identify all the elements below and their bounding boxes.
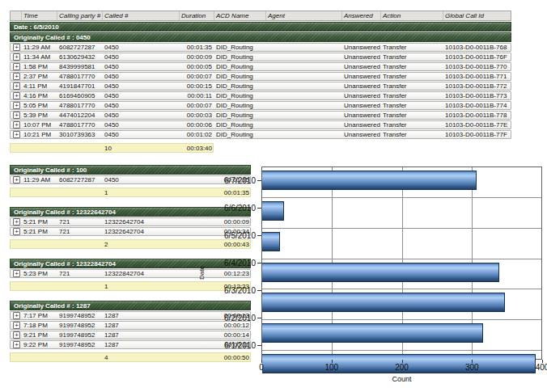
expand-row-button[interactable]: + <box>13 53 20 61</box>
cell-action: Transfer <box>381 121 443 129</box>
cell-calling-party: 9199748952 <box>57 341 103 348</box>
cell-global-call-id: 10103-D0-0011B-774 <box>443 102 512 109</box>
expand-row-button[interactable]: + <box>13 331 20 339</box>
chart-bar[interactable] <box>262 232 280 251</box>
cell-action: Transfer <box>381 73 443 80</box>
table-row: + 11:34 AM 6130629432 0450 00:00:09 DID_… <box>10 53 511 61</box>
table-row: + 10:21 PM 3010739363 0450 00:01:02 DID_… <box>10 130 511 139</box>
expand-row-button[interactable]: + <box>13 322 20 329</box>
col-header-time: Time <box>22 11 57 20</box>
plus-icon: + <box>15 94 19 99</box>
col-header-agent: Agent <box>266 11 342 20</box>
cell-global-call-id: 10103-D0-0011B-773 <box>443 92 512 99</box>
col-header-expand <box>11 11 22 20</box>
cell-calling-party: 721 <box>57 228 103 235</box>
chart-y-tick-labels: 6/7/20106/6/20106/5/20106/4/20106/3/2010… <box>190 166 261 360</box>
expand-row-button[interactable]: + <box>13 63 20 70</box>
cell-time: 7:18 PM <box>22 322 57 329</box>
cell-calling-party: 3010739363 <box>57 131 103 138</box>
cell-acd-name: DID_Routing <box>214 121 266 129</box>
cell-answered: Unanswered <box>342 53 381 61</box>
chart-band <box>262 232 541 259</box>
expand-row-button[interactable]: + <box>13 176 20 183</box>
cell-action: Transfer <box>381 92 443 99</box>
chart-y-tick-label: 6/4/2010 <box>190 249 261 276</box>
originally-called-group-header: Originally Called # : 0450 <box>10 32 511 42</box>
cell-duration: 00:00:15 <box>180 82 214 90</box>
cell-calling-party: 4788017770 <box>57 102 103 109</box>
expand-row-button[interactable]: + <box>13 73 20 80</box>
cell-answered: Unanswered <box>342 82 381 90</box>
cell-time: 11:29 AM <box>22 44 57 51</box>
cell-global-call-id: 10103-D0-0011B-771 <box>443 73 512 80</box>
cell-global-call-id: 10103-D0-0011B-768 <box>443 44 512 51</box>
cell-time: 10:07 PM <box>22 121 57 129</box>
cell-duration: 00:00:07 <box>180 102 214 109</box>
expand-row-button[interactable]: + <box>13 121 20 129</box>
cell-time: 5:39 PM <box>22 112 57 119</box>
plus-icon: + <box>15 123 19 128</box>
col-header-duration: Duration <box>180 11 214 20</box>
chart-y-tick-label: 6/5/2010 <box>190 221 261 249</box>
plus-icon: + <box>15 74 19 79</box>
cell-called: 12322842704 <box>103 270 180 277</box>
cell-action: Transfer <box>381 53 443 61</box>
expand-row-button[interactable]: + <box>13 131 20 138</box>
chart-x-tick-label: 100 <box>324 363 338 372</box>
expand-row-button[interactable]: + <box>13 82 20 90</box>
cell-time: 5:05 PM <box>22 102 57 109</box>
chart-bar[interactable] <box>262 323 483 343</box>
cell-calling-party: 4788017770 <box>57 73 103 80</box>
table-row: + 5:39 PM 4474012204 0450 00:00:03 DID_R… <box>10 111 511 120</box>
expand-row-button[interactable]: + <box>13 92 20 99</box>
summary-count: 1 <box>103 189 180 196</box>
plus-icon: + <box>15 84 19 89</box>
chart-bar[interactable] <box>262 201 284 221</box>
cell-acd-name: DID_Routing <box>214 73 266 80</box>
cell-called: 0450 <box>103 176 180 183</box>
table-row: + 11:29 AM 6082727287 0450 00:01:35 DID_… <box>10 43 511 52</box>
cell-global-call-id: 10103-D0-0011B-770 <box>443 63 512 70</box>
expand-row-button[interactable]: + <box>13 228 20 235</box>
call-report-table: Time Calling party # Called # Duration A… <box>10 11 511 153</box>
date-group-header: Date : 6/5/2010 <box>10 22 511 32</box>
expand-row-button[interactable]: + <box>13 270 20 277</box>
chart-y-tick-label: 6/7/2010 <box>190 166 261 194</box>
expand-row-button[interactable]: + <box>13 341 20 348</box>
col-header-answered: Answered <box>342 11 381 20</box>
chart-y-tick-label: 6/3/2010 <box>190 277 261 305</box>
table-row: + 2:37 PM 4788017770 0450 00:00:07 DID_R… <box>10 72 511 81</box>
cell-acd-name: DID_Routing <box>214 112 266 119</box>
expand-row-button[interactable]: + <box>13 312 20 319</box>
cell-time: 11:29 AM <box>22 176 57 183</box>
plus-icon: + <box>15 333 19 338</box>
cell-duration: 00:00:11 <box>180 92 214 99</box>
expand-row-button[interactable]: + <box>13 44 20 51</box>
cell-acd-name: DID_Routing <box>214 131 266 138</box>
chart-bar[interactable] <box>262 263 499 282</box>
cell-duration: 00:01:02 <box>180 131 214 138</box>
cell-action: Transfer <box>381 112 443 119</box>
expand-row-button[interactable]: + <box>13 218 20 226</box>
table-row: + 10:07 PM 4788017770 0450 00:00:06 DID_… <box>10 120 511 129</box>
chart-x-axis-title: Count <box>261 375 542 383</box>
cell-action: Transfer <box>381 63 443 70</box>
cell-time: 1:58 PM <box>22 63 57 70</box>
chart-bar[interactable] <box>262 293 505 312</box>
cell-called: 0450 <box>103 73 180 80</box>
expand-row-button[interactable]: + <box>13 112 20 119</box>
cell-called: 1287 <box>103 341 180 348</box>
cell-calling-party: 8439999581 <box>57 63 103 70</box>
table-row: + 5:05 PM 4788017770 0450 00:00:07 DID_R… <box>10 101 511 110</box>
chart-x-axis: 0100200300400 <box>261 360 542 373</box>
cell-time: 11:34 AM <box>22 53 57 61</box>
col-header-action: Action <box>381 11 443 20</box>
chart-band <box>262 293 541 320</box>
chart-bar[interactable] <box>262 171 477 190</box>
plus-icon: + <box>15 343 19 348</box>
table-row: + 4:11 PM 4191847701 0450 00:00:15 DID_R… <box>10 82 511 91</box>
cell-global-call-id: 10103-D0-0011B-76F <box>443 53 512 61</box>
plus-icon: + <box>15 113 19 118</box>
col-header-global-call-id: Global Call Id <box>443 11 512 20</box>
expand-row-button[interactable]: + <box>13 102 20 109</box>
